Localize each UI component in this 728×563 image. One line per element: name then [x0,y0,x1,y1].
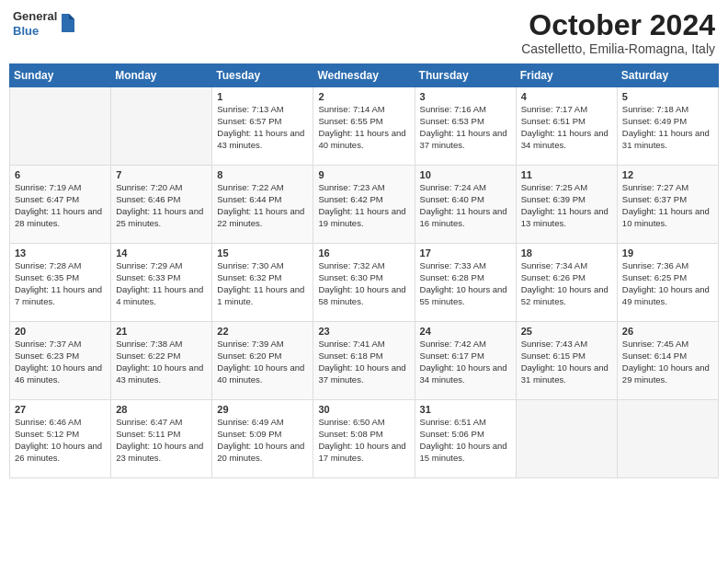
day-info: Sunrise: 7:24 AM Sunset: 6:40 PM Dayligh… [420,182,511,229]
day-info: Sunrise: 7:39 AM Sunset: 6:20 PM Dayligh… [217,339,308,385]
day-header-wednesday: Wednesday [313,64,415,87]
day-info: Sunrise: 7:33 AM Sunset: 6:28 PM Dayligh… [420,260,511,307]
week-row-3: 13Sunrise: 7:28 AM Sunset: 6:35 PM Dayli… [10,244,719,322]
location: Castelletto, Emilia-Romagna, Italy [521,41,715,56]
day-header-saturday: Saturday [617,64,718,87]
day-number: 10 [420,169,511,180]
calendar-cell: 11Sunrise: 7:25 AM Sunset: 6:39 PM Dayli… [516,166,617,244]
calendar-cell: 30Sunrise: 6:50 AM Sunset: 5:08 PM Dayli… [313,400,415,478]
calendar-cell: 17Sunrise: 7:33 AM Sunset: 6:28 PM Dayli… [415,244,516,322]
page-header: General Blue October 2024 Castelletto, E… [9,9,719,56]
calendar-cell: 26Sunrise: 7:45 AM Sunset: 6:14 PM Dayli… [617,322,718,400]
title-section: October 2024 Castelletto, Emilia-Romagna… [521,9,715,56]
calendar-cell: 2Sunrise: 7:14 AM Sunset: 6:55 PM Daylig… [313,87,415,166]
day-number: 19 [622,247,713,259]
calendar-cell [10,87,111,166]
day-number: 9 [318,169,409,180]
day-number: 5 [622,91,713,102]
day-info: Sunrise: 7:29 AM Sunset: 6:33 PM Dayligh… [116,260,207,307]
day-number: 3 [420,91,511,102]
day-info: Sunrise: 7:17 AM Sunset: 6:51 PM Dayligh… [521,104,612,151]
calendar-cell [617,400,718,478]
calendar-cell: 19Sunrise: 7:36 AM Sunset: 6:25 PM Dayli… [617,244,718,322]
calendar-cell: 10Sunrise: 7:24 AM Sunset: 6:40 PM Dayli… [415,166,516,244]
day-number: 26 [622,326,713,337]
day-info: Sunrise: 7:30 AM Sunset: 6:32 PM Dayligh… [217,260,308,307]
calendar-cell: 13Sunrise: 7:28 AM Sunset: 6:35 PM Dayli… [10,244,111,322]
logo-line1: General [13,9,57,24]
day-number: 30 [318,404,409,415]
day-info: Sunrise: 7:36 AM Sunset: 6:25 PM Dayligh… [622,260,713,307]
week-row-5: 27Sunrise: 6:46 AM Sunset: 5:12 PM Dayli… [10,400,719,478]
day-number: 16 [318,247,409,259]
day-number: 12 [622,169,713,180]
calendar-cell [516,400,617,478]
day-info: Sunrise: 7:32 AM Sunset: 6:30 PM Dayligh… [318,260,409,307]
day-info: Sunrise: 7:16 AM Sunset: 6:53 PM Dayligh… [420,104,511,151]
day-number: 14 [116,247,207,259]
day-info: Sunrise: 6:47 AM Sunset: 5:11 PM Dayligh… [116,417,207,464]
day-info: Sunrise: 7:37 AM Sunset: 6:23 PM Dayligh… [15,339,106,385]
day-number: 24 [420,326,511,337]
day-info: Sunrise: 7:38 AM Sunset: 6:22 PM Dayligh… [116,339,207,385]
day-info: Sunrise: 6:51 AM Sunset: 5:06 PM Dayligh… [420,417,511,464]
calendar-cell: 28Sunrise: 6:47 AM Sunset: 5:11 PM Dayli… [111,400,212,478]
day-info: Sunrise: 7:42 AM Sunset: 6:17 PM Dayligh… [420,339,511,385]
day-header-sunday: Sunday [10,64,111,87]
day-header-thursday: Thursday [415,64,516,87]
day-number: 25 [521,326,612,337]
day-info: Sunrise: 6:50 AM Sunset: 5:08 PM Dayligh… [318,417,409,464]
day-number: 28 [116,404,207,415]
week-row-4: 20Sunrise: 7:37 AM Sunset: 6:23 PM Dayli… [10,322,719,400]
day-info: Sunrise: 6:46 AM Sunset: 5:12 PM Dayligh… [15,417,106,464]
day-number: 13 [15,247,106,259]
day-number: 22 [217,326,308,337]
calendar-cell: 7Sunrise: 7:20 AM Sunset: 6:46 PM Daylig… [111,166,212,244]
day-number: 6 [15,169,106,180]
svg-marker-0 [62,14,74,32]
logo-line2: Blue [13,24,57,39]
day-number: 1 [217,91,308,102]
day-info: Sunrise: 7:14 AM Sunset: 6:55 PM Dayligh… [318,104,409,151]
calendar-cell: 1Sunrise: 7:13 AM Sunset: 6:57 PM Daylig… [212,87,313,166]
calendar-cell: 21Sunrise: 7:38 AM Sunset: 6:22 PM Dayli… [111,322,212,400]
logo-icon [60,14,76,34]
calendar-cell: 24Sunrise: 7:42 AM Sunset: 6:17 PM Dayli… [415,322,516,400]
day-info: Sunrise: 7:18 AM Sunset: 6:49 PM Dayligh… [622,104,713,151]
calendar-cell: 12Sunrise: 7:27 AM Sunset: 6:37 PM Dayli… [617,166,718,244]
day-number: 11 [521,169,612,180]
days-header-row: SundayMondayTuesdayWednesdayThursdayFrid… [10,64,719,87]
day-info: Sunrise: 7:19 AM Sunset: 6:47 PM Dayligh… [15,182,106,229]
day-info: Sunrise: 7:13 AM Sunset: 6:57 PM Dayligh… [217,104,308,151]
day-header-tuesday: Tuesday [212,64,313,87]
calendar-cell [111,87,212,166]
day-number: 4 [521,91,612,102]
day-info: Sunrise: 7:22 AM Sunset: 6:44 PM Dayligh… [217,182,308,229]
day-number: 21 [116,326,207,337]
day-number: 31 [420,404,511,415]
calendar-cell: 29Sunrise: 6:49 AM Sunset: 5:09 PM Dayli… [212,400,313,478]
calendar-cell: 9Sunrise: 7:23 AM Sunset: 6:42 PM Daylig… [313,166,415,244]
day-number: 23 [318,326,409,337]
calendar-cell: 25Sunrise: 7:43 AM Sunset: 6:15 PM Dayli… [516,322,617,400]
day-info: Sunrise: 7:20 AM Sunset: 6:46 PM Dayligh… [116,182,207,229]
calendar-cell: 5Sunrise: 7:18 AM Sunset: 6:49 PM Daylig… [617,87,718,166]
calendar-cell: 3Sunrise: 7:16 AM Sunset: 6:53 PM Daylig… [415,87,516,166]
day-number: 29 [217,404,308,415]
calendar-cell: 16Sunrise: 7:32 AM Sunset: 6:30 PM Dayli… [313,244,415,322]
day-info: Sunrise: 6:49 AM Sunset: 5:09 PM Dayligh… [217,417,308,464]
week-row-2: 6Sunrise: 7:19 AM Sunset: 6:47 PM Daylig… [10,166,719,244]
calendar-cell: 27Sunrise: 6:46 AM Sunset: 5:12 PM Dayli… [10,400,111,478]
day-info: Sunrise: 7:34 AM Sunset: 6:26 PM Dayligh… [521,260,612,307]
svg-marker-1 [69,14,74,19]
day-info: Sunrise: 7:23 AM Sunset: 6:42 PM Dayligh… [318,182,409,229]
day-info: Sunrise: 7:28 AM Sunset: 6:35 PM Dayligh… [15,260,106,307]
day-number: 7 [116,169,207,180]
day-number: 2 [318,91,409,102]
day-header-monday: Monday [111,64,212,87]
day-number: 27 [15,404,106,415]
day-number: 18 [521,247,612,259]
calendar-cell: 6Sunrise: 7:19 AM Sunset: 6:47 PM Daylig… [10,166,111,244]
day-info: Sunrise: 7:27 AM Sunset: 6:37 PM Dayligh… [622,182,713,229]
day-info: Sunrise: 7:41 AM Sunset: 6:18 PM Dayligh… [318,339,409,385]
